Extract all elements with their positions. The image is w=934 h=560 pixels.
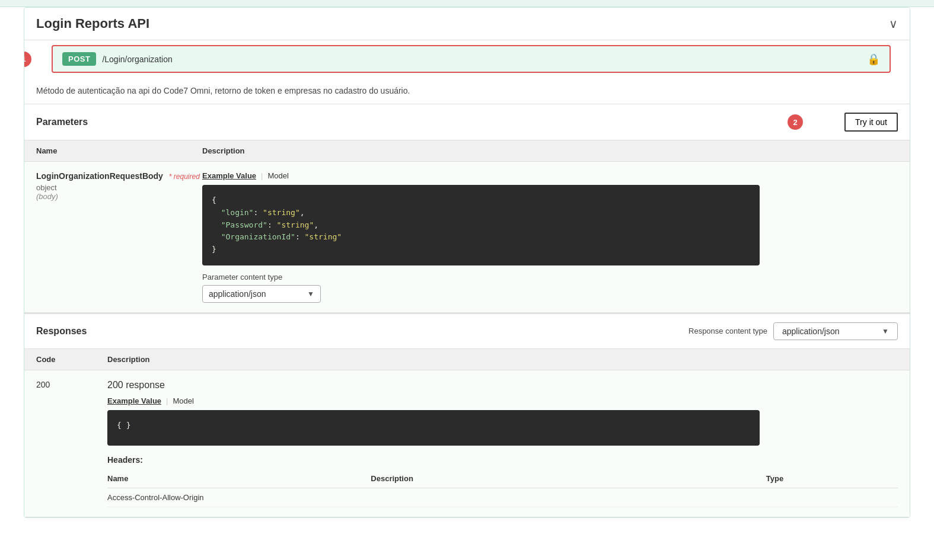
param-type: object bbox=[36, 183, 202, 192]
try-it-out-button[interactable]: Try it out bbox=[844, 113, 898, 132]
api-title: Login Reports API bbox=[36, 16, 149, 31]
api-title-row: Login Reports API ∨ bbox=[24, 8, 910, 40]
parameters-section: Parameters 2 Try it out Name Description… bbox=[24, 104, 910, 313]
hdr-access-control-name: Access-Control-Allow-Origin bbox=[107, 493, 371, 502]
response-content-type-value: application/json bbox=[782, 327, 840, 336]
method-badge: POST bbox=[62, 52, 96, 66]
param-code-block: { "login": "string", "Password": "string… bbox=[202, 185, 760, 265]
hdr-access-control-type bbox=[766, 493, 898, 502]
resp-code-block: { } bbox=[107, 410, 760, 446]
param-name-line: LoginOrganizationRequestBody * required bbox=[36, 171, 202, 181]
lock-icon: 🔒 bbox=[867, 53, 880, 66]
parameters-title: Parameters bbox=[36, 117, 88, 127]
response-content-type-select[interactable]: application/json ▼ bbox=[773, 322, 898, 340]
hdr-access-control-description bbox=[371, 493, 766, 502]
resp-code-200: 200 bbox=[36, 380, 107, 389]
param-name-col: LoginOrganizationRequestBody * required … bbox=[36, 171, 202, 303]
chevron-down-icon[interactable]: ∨ bbox=[889, 17, 898, 31]
headers-row: Access-Control-Allow-Origin bbox=[107, 488, 898, 507]
content-type-label: Parameter content type bbox=[202, 273, 898, 281]
responses-table-header: Code Description bbox=[24, 349, 910, 370]
endpoint-row[interactable]: POST /Login/organization 🔒 bbox=[52, 45, 891, 73]
responses-title: Responses bbox=[36, 326, 87, 337]
resp-code-content: { } bbox=[117, 421, 130, 430]
model-link[interactable]: Model bbox=[267, 171, 288, 180]
resp-col-description-header: Description bbox=[107, 355, 898, 364]
response-select-arrow-icon: ▼ bbox=[882, 327, 889, 335]
response-row: 200 200 response Example Value | Model {… bbox=[24, 370, 910, 517]
endpoint-left: POST /Login/organization bbox=[62, 52, 173, 66]
resp-example-links: Example Value | Model bbox=[107, 396, 898, 405]
param-required: * required bbox=[169, 172, 200, 181]
hdr-col-name-header: Name bbox=[107, 474, 371, 483]
headers-table-header: Name Description Type bbox=[107, 469, 898, 488]
resp-example-value-link[interactable]: Example Value bbox=[107, 396, 161, 405]
param-location: (body) bbox=[36, 192, 202, 201]
endpoint-path: /Login/organization bbox=[102, 55, 172, 64]
hdr-col-type-header: Type bbox=[766, 474, 898, 483]
param-row: LoginOrganizationRequestBody * required … bbox=[24, 162, 910, 313]
api-section: Login Reports API ∨ 1 POST /Login/organi… bbox=[24, 7, 910, 518]
responses-header: Responses Response content type applicat… bbox=[24, 314, 910, 349]
headers-title: Headers: bbox=[107, 455, 898, 465]
params-table-body: LoginOrganizationRequestBody * required … bbox=[24, 162, 910, 313]
responses-table-body: 200 200 response Example Value | Model {… bbox=[24, 370, 910, 517]
content-type-select[interactable]: application/json ▼ bbox=[202, 285, 321, 303]
params-col-description-header: Description bbox=[202, 146, 898, 155]
endpoint-description: Método de autenticação na api do Code7 O… bbox=[24, 78, 910, 104]
response-content-type-wrapper: Response content type application/json ▼ bbox=[688, 322, 898, 340]
content-type-value: application/json bbox=[209, 289, 266, 299]
top-bar bbox=[0, 0, 934, 7]
hdr-col-description-header: Description bbox=[371, 474, 766, 483]
link-separator: | bbox=[261, 171, 263, 180]
responses-section: Responses Response content type applicat… bbox=[24, 313, 910, 517]
param-name: LoginOrganizationRequestBody bbox=[36, 171, 163, 181]
params-table-header: Name Description bbox=[24, 140, 910, 162]
example-value-link[interactable]: Example Value bbox=[202, 171, 256, 180]
select-arrow-icon: ▼ bbox=[307, 290, 314, 298]
example-value-links: Example Value | Model bbox=[202, 171, 898, 180]
page-wrapper: Login Reports API ∨ 1 POST /Login/organi… bbox=[0, 0, 934, 560]
resp-model-link[interactable]: Model bbox=[173, 396, 193, 405]
badge-number-1: 1 bbox=[24, 52, 31, 67]
param-description-col: Example Value | Model { "login": "string… bbox=[202, 171, 898, 303]
response-content-type-label: Response content type bbox=[688, 327, 767, 335]
resp-col-code-header: Code bbox=[36, 355, 107, 364]
params-col-name-header: Name bbox=[36, 146, 202, 155]
resp-description-col: 200 response Example Value | Model { } H… bbox=[107, 380, 898, 507]
resp-link-separator: | bbox=[166, 396, 168, 405]
parameters-header: Parameters 2 Try it out bbox=[24, 104, 910, 140]
badge-number-2: 2 bbox=[788, 114, 803, 130]
headers-section: Headers: Name Description Type Access-Co… bbox=[107, 455, 898, 507]
resp-description-text: 200 response bbox=[107, 380, 898, 391]
